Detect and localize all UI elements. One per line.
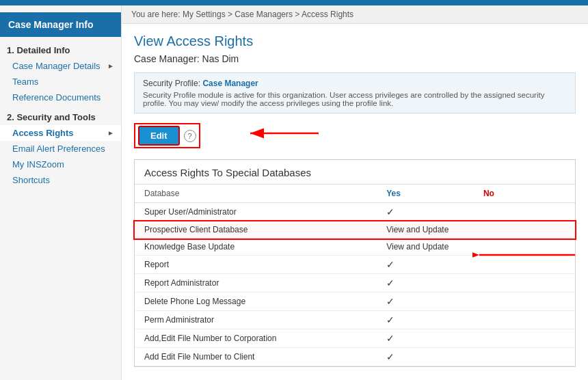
sidebar-section-1: 1. Detailed Info (0, 42, 121, 58)
sidebar-item-case-manager-details[interactable]: Case Manager Details ► (0, 58, 121, 74)
yes-cell: View and Update (377, 221, 474, 239)
sidebar-item-my-inszoom[interactable]: My INSZoom (0, 157, 121, 172)
col-header-database: Database (135, 185, 377, 203)
case-manager-name: Case Manager: Nas Dim (134, 53, 576, 64)
view-update-label: View and Update (386, 242, 449, 252)
top-bar (0, 0, 588, 5)
no-cell (474, 239, 575, 256)
sidebar-item-label: Case Manager Details (12, 61, 101, 71)
table-row: Super User/Administrator✓ (135, 203, 575, 221)
database-cell: Add,Edit File Number to Corporation (135, 329, 377, 348)
edit-highlighted-box: Edit ? (134, 123, 200, 148)
yes-cell: ✓ (377, 203, 474, 221)
table-row: Perm Administrator✓ (135, 311, 575, 329)
help-icon[interactable]: ? (184, 130, 196, 142)
checkmark-icon: ✓ (386, 259, 395, 270)
edit-section: Edit ? (134, 123, 576, 148)
case-manager-value: Nas Dim (202, 53, 239, 64)
table-row: Delete Phone Log Message✓ (135, 293, 575, 311)
edit-button[interactable]: Edit (138, 126, 180, 146)
security-profile-value: Case Manager (202, 79, 258, 88)
checkmark-icon: ✓ (386, 206, 395, 217)
access-table: Database Yes No Super User/Administrator… (135, 185, 575, 366)
security-profile-box: Security Profile: Case Manager Security … (134, 72, 576, 113)
no-cell (474, 293, 575, 311)
database-cell: Knowledge Base Update (135, 239, 377, 256)
sidebar-section-2: 2. Security and Tools (0, 109, 121, 125)
sidebar-item-teams[interactable]: Teams (0, 74, 121, 90)
table-container: Database Yes No Super User/Administrator… (135, 185, 575, 366)
highlighted-table-row: Prospective Client DatabaseView and Upda… (135, 221, 575, 239)
database-cell: Perm Administrator (135, 311, 377, 329)
no-cell (474, 274, 575, 293)
sidebar-title: Case Manager Info (0, 12, 121, 37)
access-rights-section: Access Rights To Special Databases Datab… (134, 159, 576, 367)
sidebar-item-email-alert-preferences[interactable]: Email Alert Preferences (0, 141, 121, 157)
database-cell: Prospective Client Database (135, 221, 377, 239)
no-cell (474, 311, 575, 329)
no-cell (474, 329, 575, 348)
table-row: Add Edit File Number to Client✓ (135, 348, 575, 366)
col-header-no: No (474, 185, 575, 203)
chevron-right-icon: ► (107, 129, 114, 137)
no-cell (474, 203, 575, 221)
yes-cell: ✓ (377, 256, 474, 274)
sidebar-item-label: My INSZoom (12, 159, 64, 169)
yes-cell: ✓ (377, 274, 474, 293)
chevron-right-icon: ► (107, 62, 114, 70)
security-profile-label: Security Profile: (143, 79, 200, 88)
checkmark-icon: ✓ (386, 277, 395, 288)
no-cell (474, 221, 575, 239)
yes-cell: ✓ (377, 311, 474, 329)
checkmark-icon: ✓ (386, 333, 395, 344)
content-area: View Access Rights Case Manager: Nas Dim… (122, 24, 588, 377)
sidebar-item-label: Teams (12, 77, 38, 87)
col-header-yes: Yes (377, 185, 474, 203)
table-row: Knowledge Base UpdateView and Update (135, 239, 575, 256)
table-row: Add,Edit File Number to Corporation✓ (135, 329, 575, 348)
sidebar-item-label: Shortcuts (12, 175, 50, 185)
sidebar-item-reference-documents[interactable]: Reference Documents (0, 90, 121, 105)
database-cell: Add Edit File Number to Client (135, 348, 377, 366)
sidebar-item-label: Access Rights (12, 128, 74, 138)
yes-cell: ✓ (377, 329, 474, 348)
database-cell: Report Administrator (135, 274, 377, 293)
database-cell: Delete Phone Log Message (135, 293, 377, 311)
table-row: Report✓ (135, 256, 575, 274)
yes-cell: ✓ (377, 348, 474, 366)
checkmark-icon: ✓ (386, 314, 395, 325)
breadcrumb: You are here: My Settings > Case Manager… (122, 5, 588, 24)
yes-cell: View and Update (377, 239, 474, 256)
database-cell: Super User/Administrator (135, 203, 377, 221)
case-manager-label: Case Manager: (134, 53, 200, 64)
sidebar: Case Manager Info 1. Detailed Info Case … (0, 5, 122, 380)
checkmark-icon: ✓ (386, 296, 395, 307)
sidebar-item-shortcuts[interactable]: Shortcuts (0, 172, 121, 188)
edit-row: Edit ? (134, 123, 576, 148)
checkmark-icon: ✓ (386, 351, 395, 362)
table-row: Report Administrator✓ (135, 274, 575, 293)
sidebar-item-access-rights[interactable]: Access Rights ► (0, 125, 121, 141)
layout: Case Manager Info 1. Detailed Info Case … (0, 5, 588, 380)
no-cell (474, 256, 575, 274)
security-profile-text: Security Profile module is active for th… (143, 91, 567, 107)
view-update-label: View and Update (386, 225, 449, 234)
main-content: You are here: My Settings > Case Manager… (122, 5, 588, 380)
sidebar-item-label: Email Alert Preferences (12, 144, 105, 154)
no-cell (474, 348, 575, 366)
page-title: View Access Rights (134, 33, 576, 49)
sidebar-item-label: Reference Documents (12, 92, 101, 103)
database-cell: Report (135, 256, 377, 274)
access-rights-title: Access Rights To Special Databases (135, 160, 575, 185)
yes-cell: ✓ (377, 293, 474, 311)
